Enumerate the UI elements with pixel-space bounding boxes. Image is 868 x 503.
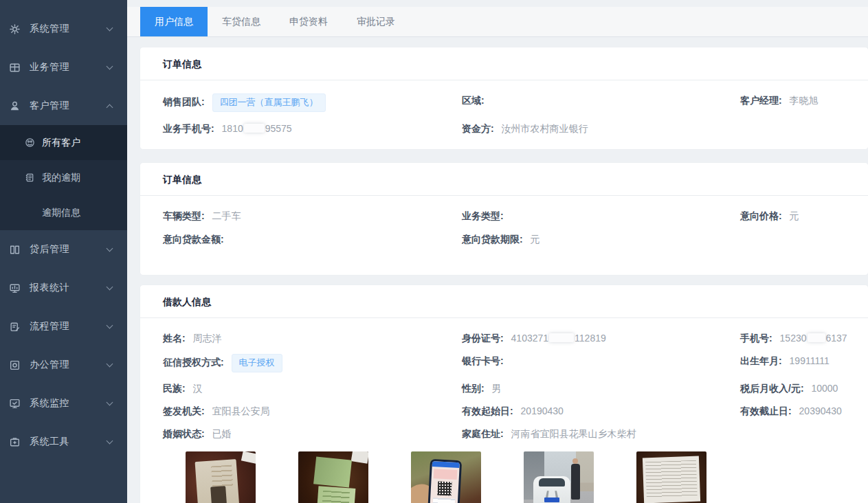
field-intended-loan-term: 意向贷款期限: 元: [462, 232, 740, 246]
redaction-mask: [808, 333, 825, 342]
field-region: 区域:: [462, 93, 740, 112]
sidebar-item-all-customers[interactable]: 所有客户: [0, 125, 127, 160]
sidebar-item-system-monitor[interactable]: 系统监控: [0, 384, 127, 423]
field-intended-price: 意向价格: 元: [740, 209, 861, 223]
field-business-phone: 业务手机号: 181095575: [163, 122, 462, 135]
photo-other-materials[interactable]: 其他材料: [636, 451, 706, 503]
field-birth-date: 出生年月: 19911111: [740, 354, 861, 372]
borrower-fields: 姓名: 周志洋 身份证号: 4103271112819 手机号: 1523061…: [140, 318, 868, 450]
tab-user-info[interactable]: 用户信息: [140, 7, 208, 36]
sidebar-item-system-management[interactable]: 系统管理: [0, 10, 127, 48]
chevron-down-icon: [107, 245, 113, 252]
sidebar-item-postloan-management[interactable]: 贷后管理: [0, 230, 127, 269]
card-title: 订单信息: [140, 163, 868, 196]
field-empty: [740, 232, 861, 246]
customer-management-submenu: 所有客户 我的逾期 逾期信息: [0, 125, 127, 230]
order-info-fields: 销售团队: 四团一营（直属王鹏飞） 区域: 客户经理: 李晓旭 业务手机号: 1…: [140, 80, 868, 149]
sidebar-item-report-statistics[interactable]: 报表统计: [0, 269, 127, 307]
field-empty: [740, 427, 861, 440]
field-issuing-authority: 签发机关: 宜阳县公安局: [163, 404, 462, 418]
sidebar-item-label: 办公管理: [30, 359, 107, 371]
sidebar-item-label: 系统工具: [30, 436, 107, 448]
order-info-card-2: 订单信息 车辆类型: 二手车 业务类型: 意向价格: 元 意向贷款金额: 意向贷…: [140, 163, 868, 275]
sidebar-item-label: 客户管理: [30, 100, 107, 112]
field-vehicle-type: 车辆类型: 二手车: [163, 209, 462, 223]
chevron-down-icon: [107, 361, 113, 368]
field-valid-from: 有效起始日: 20190430: [462, 404, 740, 418]
e-auth-tag[interactable]: 电子授权: [232, 354, 282, 372]
sidebar-item-business-management[interactable]: 业务管理: [0, 48, 127, 87]
chevron-down-icon: [107, 438, 113, 445]
sidebar-item-overdue-info[interactable]: 逾期信息: [0, 195, 127, 230]
gear-icon: [9, 23, 21, 35]
sidebar-item-label: 系统监控: [30, 397, 107, 410]
photo-id-card[interactable]: 身份证: [186, 451, 256, 503]
field-account-manager: 客户经理: 李晓旭: [740, 93, 861, 112]
person-car-thumbnail: [524, 451, 594, 503]
sidebar-item-label: 流程管理: [30, 320, 107, 333]
sidebar: 系统管理 业务管理 客户管理 所有客户 我的逾期 逾期信息: [0, 0, 127, 503]
sidebar-item-label: 所有客户: [42, 137, 80, 149]
field-marital-status: 婚姻状态: 已婚: [163, 427, 462, 440]
chevron-down-icon: [107, 25, 113, 32]
field-monthly-income: 税后月收入/元: 10000: [740, 381, 861, 395]
field-funder: 资金方: 汝州市农村商业银行: [462, 122, 740, 135]
chevron-up-icon: [107, 104, 113, 111]
tab-car-loan-info[interactable]: 车贷信息: [208, 7, 275, 36]
chevron-down-icon: [107, 399, 113, 406]
field-sales-team: 销售团队: 四团一营（直属王鹏飞）: [163, 93, 462, 112]
chevron-down-icon: [107, 63, 113, 70]
credit-auth-phone-thumbnail: [411, 451, 481, 503]
field-intended-loan-amount: 意向贷款金额:: [163, 232, 462, 246]
user-icon: [9, 100, 21, 112]
monitor-check-icon: [9, 398, 21, 410]
chevron-down-icon: [107, 322, 113, 329]
detail-tabs: 用户信息 车贷信息 申贷资料 审批记录: [127, 7, 868, 37]
redaction-mask: [244, 124, 265, 133]
order-info-card-1: 订单信息 销售团队: 四团一营（直属王鹏飞） 区域: 客户经理: 李晓旭 业务手…: [140, 47, 868, 149]
office-icon: [9, 359, 21, 371]
chevron-down-icon: [107, 284, 113, 291]
sidebar-item-label: 逾期信息: [42, 207, 80, 219]
field-name: 姓名: 周志洋: [163, 331, 462, 345]
sales-team-tag[interactable]: 四团一营（直属王鹏飞）: [212, 93, 326, 112]
peoples-icon: [24, 137, 35, 148]
photo-person-with-car[interactable]: 人车照: [524, 451, 594, 503]
document-photo-thumbnail: [636, 451, 706, 503]
borrower-info-card: 借款人信息 姓名: 周志洋 身份证号: 4103271112819 手机号: 1…: [140, 285, 868, 503]
sidebar-item-label: 业务管理: [30, 61, 107, 74]
card-title: 借款人信息: [140, 285, 868, 318]
field-empty: [740, 122, 861, 135]
household-register-thumbnail: [298, 451, 368, 503]
sidebar-item-label: 报表统计: [30, 282, 107, 294]
open-book-icon: [9, 244, 21, 256]
photo-household-register[interactable]: 户口本照片: [298, 451, 368, 503]
sidebar-item-label: 贷后管理: [30, 243, 107, 256]
card-title: 订单信息: [140, 47, 868, 80]
sidebar-item-label: 我的逾期: [42, 172, 80, 184]
photo-credit-auth[interactable]: 征信授权: [411, 451, 481, 503]
field-business-type: 业务类型:: [462, 209, 740, 223]
field-valid-until: 有效截止日: 20390430: [740, 404, 861, 418]
field-bank-card: 银行卡号:: [462, 354, 740, 372]
field-ethnicity: 民族: 汉: [163, 381, 462, 395]
sidebar-item-my-overdue[interactable]: 我的逾期: [0, 160, 127, 195]
tab-loan-application-docs[interactable]: 申贷资料: [275, 7, 342, 36]
grid-icon: [9, 62, 21, 74]
sidebar-item-process-management[interactable]: 流程管理: [0, 307, 127, 346]
sidebar-item-customer-management[interactable]: 客户管理: [0, 87, 127, 125]
sidebar-item-office-management[interactable]: 办公管理: [0, 346, 127, 384]
toolbox-icon: [9, 436, 21, 448]
field-gender: 性别: 男: [462, 381, 740, 395]
redaction-mask: [549, 333, 574, 342]
clipboard-edit-icon: [9, 321, 21, 333]
tab-approval-records[interactable]: 审批记录: [342, 7, 410, 36]
order-info-fields-2: 车辆类型: 二手车 业务类型: 意向价格: 元 意向贷款金额: 意向贷款期限: …: [140, 196, 868, 275]
field-mobile-phone: 手机号: 152306137: [740, 331, 861, 345]
field-home-address: 家庭住址: 河南省宜阳县花果山乡木柴村: [462, 427, 740, 440]
borrower-photos: 身份证 户口本照片 征信授权: [140, 450, 868, 503]
field-credit-auth-method: 征信授权方式: 电子授权: [163, 354, 462, 372]
sidebar-item-label: 系统管理: [30, 23, 107, 35]
id-card-photo-thumbnail: [186, 451, 256, 503]
sidebar-item-system-tools[interactable]: 系统工具: [0, 423, 127, 461]
